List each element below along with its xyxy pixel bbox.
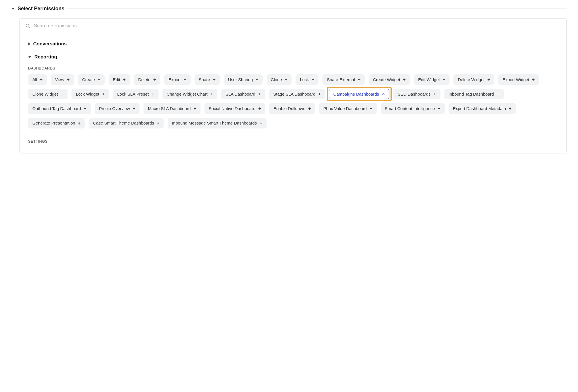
permission-chip[interactable]: Lock Widget+ [71, 89, 109, 99]
permission-chip[interactable]: Delete+ [134, 74, 160, 85]
plus-icon: + [123, 77, 126, 82]
chip-label: Macro SLA Dashboard [148, 106, 191, 111]
permission-chip[interactable]: Create Widget+ [369, 74, 410, 85]
chevron-right-icon [28, 42, 30, 46]
chip-label: Edit Widget [418, 77, 440, 82]
chip-label: SLA Dashboard [225, 92, 255, 97]
chip-label: Clone [271, 77, 282, 82]
permission-chip[interactable]: Delete Widget+ [453, 74, 494, 85]
plus-icon: + [532, 77, 535, 82]
permission-chip[interactable]: Clone+ [267, 74, 292, 85]
select-permissions-header[interactable]: Select Permissions [11, 6, 567, 12]
plus-icon: + [78, 121, 81, 126]
svg-point-0 [26, 24, 29, 27]
permission-chip[interactable]: Case Smart Theme Dashboards+ [89, 118, 164, 128]
permission-chip[interactable]: Inbound Tag Dashboard+ [444, 89, 504, 99]
divider [60, 57, 558, 57]
chevron-down-icon [11, 8, 15, 10]
permission-chip[interactable]: SLA Dashboard+ [221, 89, 265, 99]
permission-chip[interactable]: View+ [51, 74, 74, 85]
divider [67, 9, 567, 9]
search-icon [25, 23, 30, 28]
group-reporting[interactable]: Reporting [28, 54, 558, 60]
subgroup-settings-label: SETTINGS [28, 139, 558, 144]
chip-label: Create Widget [373, 77, 400, 82]
chip-label: Inbound Tag Dashboard [449, 92, 494, 97]
permission-chip[interactable]: Profile Overview+ [95, 103, 140, 114]
permission-chip[interactable]: Export Dashboard Metadata+ [449, 103, 516, 114]
chip-label: User Sharing [228, 77, 253, 82]
plus-icon: + [438, 106, 440, 111]
plus-icon: + [157, 121, 159, 126]
chip-label: Export Widget [503, 77, 529, 82]
permission-chip[interactable]: All+ [28, 74, 47, 85]
permission-chip[interactable]: Change Widget Chart+ [163, 89, 218, 99]
plus-icon: + [497, 91, 499, 97]
plus-icon: + [260, 121, 262, 126]
chip-label: Inbound Message Smart Theme Dashboards [172, 121, 257, 126]
close-icon: ✕ [382, 92, 385, 96]
chip-label: Lock SLA Preset [117, 92, 149, 97]
search-input[interactable] [33, 23, 561, 29]
permission-chip[interactable]: Smart Content Intelligence+ [381, 103, 445, 114]
permission-chip[interactable]: Edit Widget+ [414, 74, 450, 85]
chip-label: Generate Presentation [32, 121, 75, 126]
permission-chip[interactable]: Macro SLA Dashboard+ [144, 103, 200, 114]
permission-chip[interactable]: Lock+ [296, 74, 318, 85]
panel-body: Conversations Reporting DASHBOARDS All+V… [20, 33, 566, 153]
plus-icon: + [183, 77, 186, 82]
chip-label: Export [168, 77, 181, 82]
permission-chip[interactable]: Campaigns Dashboards✕ [329, 89, 389, 99]
plus-icon: + [509, 106, 511, 111]
group-title: Conversations [33, 41, 67, 47]
permission-chip[interactable]: Clone Widget+ [28, 89, 67, 99]
permission-chip[interactable]: Share+ [195, 74, 220, 85]
chip-label: Campaigns Dashboards [333, 92, 379, 97]
chip-label: Share External [327, 77, 355, 82]
plus-icon: + [370, 106, 372, 111]
permission-chip[interactable]: Export Widget+ [498, 74, 539, 85]
chip-label: Delete [138, 77, 150, 82]
dashboards-chip-row: All+View+Create+Edit+Delete+Export+Share… [28, 74, 558, 128]
plus-icon: + [443, 77, 445, 82]
permission-chip[interactable]: Create+ [78, 74, 105, 85]
chip-label: Enable Drilldown [273, 106, 305, 111]
permission-chip[interactable]: User Sharing+ [224, 74, 263, 85]
permission-chip[interactable]: Enable Drilldown+ [269, 103, 315, 114]
permission-chip[interactable]: Share External+ [322, 74, 365, 85]
permission-chip[interactable]: Social Native Dashboard+ [204, 103, 265, 114]
plus-icon: + [318, 91, 321, 97]
plus-icon: + [67, 77, 69, 82]
permission-chip[interactable]: Outbound Tag Dashboard+ [28, 103, 91, 114]
chip-label: Lock [300, 77, 309, 82]
plus-icon: + [433, 91, 436, 97]
permission-chip[interactable]: Generate Presentation+ [28, 118, 85, 128]
chip-label: Smart Content Intelligence [385, 106, 435, 111]
permission-chip[interactable]: Export+ [164, 74, 191, 85]
plus-icon: + [84, 106, 87, 111]
search-bar [20, 19, 566, 33]
permissions-panel: Conversations Reporting DASHBOARDS All+V… [19, 18, 567, 153]
plus-icon: + [153, 77, 156, 82]
chip-label: Profile Overview [99, 106, 130, 111]
plus-icon: + [61, 91, 63, 97]
chip-label: All [32, 77, 37, 82]
plus-icon: + [308, 106, 311, 111]
plus-icon: + [256, 77, 258, 82]
group-title: Reporting [34, 54, 57, 60]
plus-icon: + [210, 91, 213, 97]
permission-chip[interactable]: SED Dashboards+ [393, 89, 440, 99]
plus-icon: + [358, 77, 360, 82]
permission-chip[interactable]: Stage SLA Dashboard+ [269, 89, 325, 99]
permission-chip[interactable]: Inbound Message Smart Theme Dashboards+ [168, 118, 266, 128]
permission-chip[interactable]: Pbuc Value Dashboard+ [319, 103, 377, 114]
permission-chip[interactable]: Lock SLA Preset+ [113, 89, 158, 99]
plus-icon: + [258, 106, 261, 111]
group-conversations[interactable]: Conversations [28, 41, 558, 47]
permission-chip[interactable]: Edit+ [109, 74, 130, 85]
plus-icon: + [133, 106, 135, 111]
chip-label: Pbuc Value Dashboard [323, 106, 367, 111]
chip-label: Delete Widget [458, 77, 484, 82]
plus-icon: + [312, 77, 314, 82]
chip-label: Export Dashboard Metadata [453, 106, 506, 111]
